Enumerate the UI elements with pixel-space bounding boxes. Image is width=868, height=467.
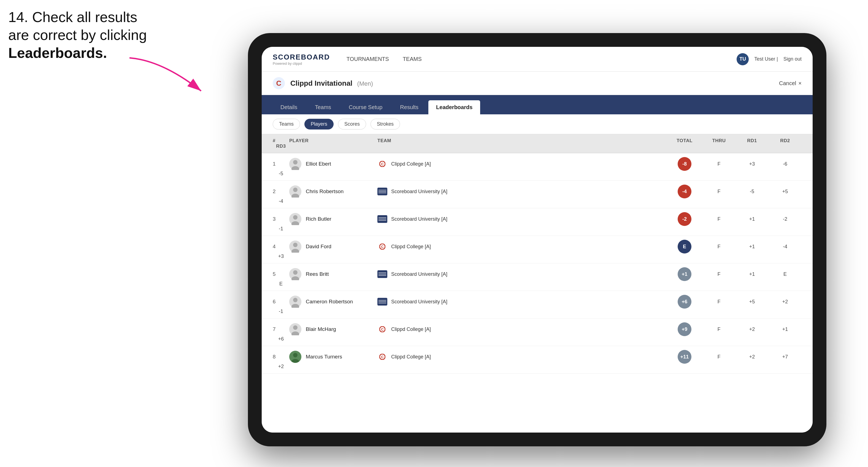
tab-teams[interactable]: Teams <box>307 100 339 114</box>
rd2-cell: -2 <box>769 216 802 222</box>
table-body: 1 Elliot Ebert C Clippd College [A] -8 F… <box>262 153 813 374</box>
player-avatar <box>289 241 301 253</box>
team-name: Clippd College [A] <box>391 326 431 332</box>
score-badge: -8 <box>678 157 691 171</box>
thru-cell: F <box>703 326 736 332</box>
total-cell: -4 <box>666 185 703 198</box>
player-name: Blair McHarg <box>306 326 336 332</box>
logo-area: SCOREBOARD Powered by clippd <box>273 53 330 66</box>
table-row: 3 Rich Butler Scoreboard University [A] … <box>262 208 813 236</box>
player-name: Marcus Turners <box>306 354 342 360</box>
tablet-device: SCOREBOARD Powered by clippd TOURNAMENTS… <box>248 33 827 446</box>
team-name: Scoreboard University [A] <box>391 271 447 277</box>
score-badge: E <box>678 240 691 253</box>
team-name: Clippd College [A] <box>391 354 431 360</box>
svg-point-7 <box>293 188 298 192</box>
nav-teams[interactable]: TEAMS <box>403 55 422 64</box>
svg-text:C: C <box>381 327 384 332</box>
thru-cell: F <box>703 216 736 222</box>
team-logo: C <box>377 159 387 169</box>
team-name: Scoreboard University [A] <box>391 189 447 194</box>
player-cell: David Ford <box>289 241 377 253</box>
player-avatar <box>289 351 301 363</box>
team-logo <box>377 215 387 223</box>
svg-point-2 <box>293 160 298 164</box>
score-badge: +9 <box>678 322 691 336</box>
table-row: 5 Rees Britt Scoreboard University [A] +… <box>262 263 813 291</box>
logo-text: SCOREBOARD <box>273 53 330 61</box>
thru-cell: F <box>703 244 736 250</box>
table-row: 8 Marcus Turners C Clippd College [A] +1… <box>262 346 813 374</box>
player-name: Cameron Robertson <box>306 299 353 305</box>
table-row: 7 Blair McHarg C Clippd College [A] +9 F… <box>262 318 813 346</box>
filter-teams[interactable]: Teams <box>273 119 300 129</box>
filter-bar: Teams Players Scores Strokes <box>262 114 813 134</box>
team-logo: C <box>377 352 387 362</box>
thru-cell: F <box>703 271 736 277</box>
rd2-cell: -6 <box>769 161 802 167</box>
thru-cell: F <box>703 354 736 360</box>
score-badge: +1 <box>678 267 691 281</box>
table-row: 2 Chris Robertson Scoreboard University … <box>262 181 813 208</box>
svg-text:C: C <box>381 245 384 249</box>
svg-point-14 <box>293 215 298 220</box>
total-cell: E <box>666 240 703 253</box>
tab-leaderboards[interactable]: Leaderboards <box>428 100 480 114</box>
rd1-cell: -5 <box>736 189 769 194</box>
rd2-cell: +2 <box>769 299 802 305</box>
thru-cell: F <box>703 299 736 305</box>
rd2-cell: +1 <box>769 326 802 332</box>
player-cell: Elliot Ebert <box>289 158 377 170</box>
sign-out-link[interactable]: Sign out <box>783 56 802 62</box>
tab-details[interactable]: Details <box>273 100 305 114</box>
rd3-cell: E <box>273 281 289 287</box>
filter-scores[interactable]: Scores <box>338 119 366 129</box>
team-cell: Scoreboard University [A] <box>377 270 482 278</box>
row-rank: 6 <box>273 299 289 305</box>
tab-course-setup[interactable]: Course Setup <box>341 100 390 114</box>
player-avatar <box>289 323 301 335</box>
filter-players[interactable]: Players <box>304 119 334 129</box>
rd2-cell: +5 <box>769 189 802 194</box>
instruction-line1: 14. Check all results <box>8 9 137 25</box>
user-avatar: TU <box>737 53 749 65</box>
row-rank: 7 <box>273 326 289 332</box>
table-row: 1 Elliot Ebert C Clippd College [A] -8 F… <box>262 153 813 181</box>
rd1-cell: +1 <box>736 271 769 277</box>
player-avatar <box>289 295 301 308</box>
instruction-bold: Leaderboards. <box>8 45 107 61</box>
player-cell: Rich Butler <box>289 213 377 225</box>
team-logo <box>377 188 387 195</box>
rd2-cell: -4 <box>769 244 802 250</box>
team-logo: C <box>377 324 387 334</box>
player-cell: Chris Robertson <box>289 185 377 197</box>
total-cell: +9 <box>666 322 703 336</box>
team-cell: C Clippd College [A] <box>377 352 482 362</box>
tab-results[interactable]: Results <box>392 100 426 114</box>
cancel-button[interactable]: Cancel × <box>779 80 802 87</box>
row-rank: 2 <box>273 188 289 194</box>
rd1-cell: +1 <box>736 216 769 222</box>
svg-point-33 <box>293 298 298 302</box>
col-player: PLAYER <box>289 138 377 144</box>
row-rank: 1 <box>273 161 289 167</box>
total-cell: +11 <box>666 350 703 364</box>
instruction-line2: are correct by clicking <box>8 27 147 43</box>
col-rd3: RD3 <box>273 144 289 149</box>
player-avatar <box>289 158 301 170</box>
filter-strokes[interactable]: Strokes <box>371 119 400 129</box>
col-rd1: RD1 <box>736 138 769 144</box>
rd3-cell: +2 <box>273 364 289 370</box>
team-name: Clippd College [A] <box>391 244 431 250</box>
player-cell: Marcus Turners <box>289 351 377 363</box>
thru-cell: F <box>703 161 736 167</box>
player-avatar <box>289 185 301 197</box>
rd3-cell: +3 <box>273 253 289 259</box>
nav-tournaments[interactable]: TOURNAMENTS <box>346 55 389 64</box>
team-cell: C Clippd College [A] <box>377 159 482 169</box>
player-avatar <box>289 213 301 225</box>
row-rank: 3 <box>273 216 289 222</box>
rd1-cell: +1 <box>736 244 769 250</box>
score-badge: +6 <box>678 295 691 309</box>
tournament-type: (Men) <box>357 80 373 87</box>
